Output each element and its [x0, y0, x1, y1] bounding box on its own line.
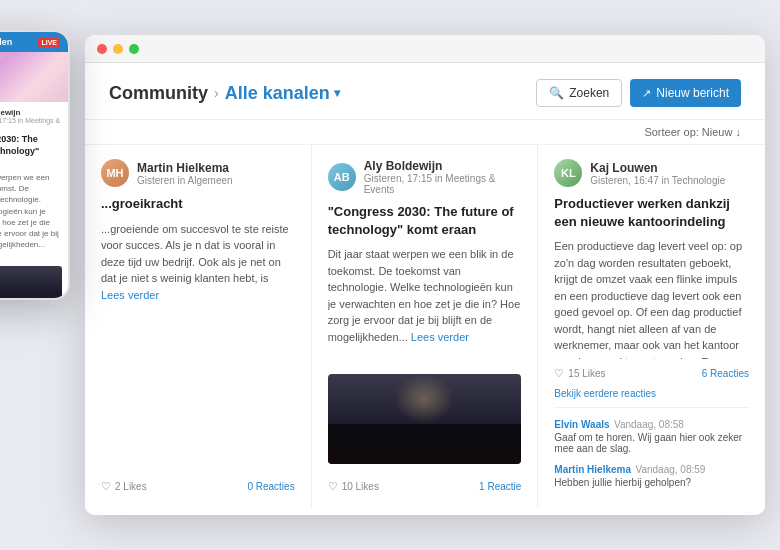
heart-icon-2[interactable]: ♡: [328, 480, 338, 493]
post-card-3: KL Kaj Louwen Gisteren, 16:47 in Technol…: [538, 145, 765, 507]
phone-post-item: Aly Boldewijn Gisteren, 17:15 in Meeting…: [0, 108, 62, 298]
comments-section: Elvin Waals Vandaag, 08:58 Gaaf om te ho…: [554, 407, 749, 493]
comment-time-2: Vandaag, 08:59: [635, 464, 705, 475]
heart-icon-1[interactable]: ♡: [101, 480, 111, 493]
search-button[interactable]: 🔍 Zoeken: [536, 79, 622, 107]
author-name-3: Kaj Louwen: [590, 161, 749, 175]
breadcrumb-separator: ›: [214, 85, 219, 101]
maximize-button-dot[interactable]: [129, 44, 139, 54]
post-body-text-3: Een productieve dag levert veel op: op z…: [554, 240, 742, 359]
comment-2: Martin Hielkema Vandaag, 08:59 Hebben ju…: [554, 459, 749, 488]
author-info-2: Aly Boldewijn Gisteren, 17:15 in Meeting…: [364, 159, 522, 195]
phone-channel-label: Alle kanalen: [0, 37, 34, 47]
comment-author-1[interactable]: Elvin Waals: [554, 419, 609, 430]
post-author-3: KL Kaj Louwen Gisteren, 16:47 in Technol…: [554, 159, 749, 187]
post-body-1: ...groeiende om succesvol te ste reiste …: [101, 221, 295, 472]
reactions-2[interactable]: 1 Reactie: [479, 481, 521, 492]
post-card-2: AB Aly Boldewijn Gisteren, 17:15 in Meet…: [312, 145, 539, 507]
reactions-3[interactable]: 6 Reacties: [702, 368, 749, 379]
close-button-dot[interactable]: [97, 44, 107, 54]
phone-post-meta: Gisteren, 17:15 in Meetings & Events: [0, 117, 62, 131]
new-post-icon: ↗: [642, 87, 651, 100]
post-body-text-2: Dit jaar staat werpen we een blik in de …: [328, 248, 521, 343]
comment-text-1: Gaaf om te horen. Wij gaan hier ook zeke…: [554, 432, 749, 454]
header-actions: 🔍 Zoeken ↗ Nieuw bericht: [536, 79, 741, 107]
post-title-1: ...groeikracht: [101, 195, 295, 213]
post-footer-1: ♡ 2 Likes 0 Reacties: [101, 480, 295, 493]
heart-icon-3[interactable]: ♡: [554, 367, 564, 380]
like-section-3: ♡ 15 Likes: [554, 367, 605, 380]
like-section-2: ♡ 10 Likes: [328, 480, 379, 493]
like-count-2: 10 Likes: [342, 481, 379, 492]
search-label: Zoeken: [569, 86, 609, 100]
author-name-2: Aly Boldewijn: [364, 159, 522, 173]
breadcrumb: Community › Alle kanalen ▾: [109, 83, 340, 104]
audience-silhouette: [328, 424, 522, 464]
channel-name-label: Alle kanalen: [225, 83, 330, 104]
page-header: Community › Alle kanalen ▾ 🔍 Zoeken ↗ Ni…: [85, 63, 765, 120]
read-more-1[interactable]: Lees verder: [101, 289, 159, 301]
like-count-1: 2 Likes: [115, 481, 147, 492]
sort-bar: Sorteer op: Nieuw ↓: [85, 120, 765, 145]
phone-author-name: Aly Boldewijn: [0, 108, 62, 117]
post-title-2: "Congress 2030: The future of technology…: [328, 203, 522, 238]
like-section-1: ♡ 2 Likes: [101, 480, 147, 493]
view-reactions-link[interactable]: Bekijk eerdere reacties: [554, 388, 749, 399]
post-author-1: MH Martin Hielkema Gisteren in Algemeen: [101, 159, 295, 187]
post-footer-2: ♡ 10 Likes 1 Reactie: [328, 480, 522, 493]
search-icon: 🔍: [549, 86, 564, 100]
desktop-window: Community › Alle kanalen ▾ 🔍 Zoeken ↗ Ni…: [85, 35, 765, 515]
phone-post-list: Aly Boldewijn Gisteren, 17:15 in Meeting…: [0, 102, 68, 298]
phone-post-title: "Congress 2030: The future of technology…: [0, 134, 62, 169]
phone-post-image-congress: [0, 266, 62, 298]
post-footer-3: ♡ 15 Likes 6 Reacties: [554, 367, 749, 380]
chevron-down-icon: ▾: [334, 86, 340, 100]
breadcrumb-community: Community: [109, 83, 208, 104]
post-image-congress: [328, 374, 522, 464]
comment-time-1: Vandaag, 08:58: [614, 419, 684, 430]
comment-1: Elvin Waals Vandaag, 08:58 Gaaf om te ho…: [554, 414, 749, 454]
mobile-phone-overlay: ≡ Alle kanalen LIVE Aly Boldewijn Gister…: [0, 30, 70, 300]
phone-status-bar: ≡ Alle kanalen LIVE: [0, 32, 68, 52]
posts-container: MH Martin Hielkema Gisteren in Algemeen …: [85, 145, 765, 507]
post-body-text-1: ...groeiende om succesvol te ste reiste …: [101, 223, 289, 285]
new-post-button[interactable]: ↗ Nieuw bericht: [630, 79, 741, 107]
post-body-3: Een productieve dag levert veel op: op z…: [554, 238, 749, 359]
author-info-3: Kaj Louwen Gisteren, 16:47 in Technologi…: [590, 161, 749, 186]
post-title-3: Productiever werken dankzij een nieuwe k…: [554, 195, 749, 230]
new-post-label: Nieuw bericht: [656, 86, 729, 100]
phone-live-badge: LIVE: [38, 38, 60, 47]
like-count-3: 15 Likes: [568, 368, 605, 379]
post-meta-1: Gisteren in Algemeen: [137, 175, 295, 186]
author-info-1: Martin Hielkema Gisteren in Algemeen: [137, 161, 295, 186]
reactions-1[interactable]: 0 Reacties: [247, 481, 294, 492]
author-name-1: Martin Hielkema: [137, 161, 295, 175]
window-titlebar: [85, 35, 765, 63]
avatar-ab: AB: [328, 163, 356, 191]
avatar-kl: KL: [554, 159, 582, 187]
post-meta-3: Gisteren, 16:47 in Technologie: [590, 175, 749, 186]
phone-header-image: [0, 52, 68, 102]
phone-post-body: Dit jaar staat werpen we een blik in de …: [0, 172, 62, 262]
window-content: Community › Alle kanalen ▾ 🔍 Zoeken ↗ Ni…: [85, 63, 765, 515]
post-meta-2: Gisteren, 17:15 in Meetings & Events: [364, 173, 522, 195]
comment-text-2: Hebben jullie hierbij geholpen?: [554, 477, 749, 488]
stage-light: [394, 374, 454, 424]
post-body-2: Dit jaar staat werpen we een blik in de …: [328, 246, 522, 366]
minimize-button-dot[interactable]: [113, 44, 123, 54]
cherry-blossom-bg: [0, 52, 68, 102]
read-more-2[interactable]: Lees verder: [411, 331, 469, 343]
comment-author-2[interactable]: Martin Hielkema: [554, 464, 631, 475]
post-card-1: MH Martin Hielkema Gisteren in Algemeen …: [85, 145, 312, 507]
post-author-2: AB Aly Boldewijn Gisteren, 17:15 in Meet…: [328, 159, 522, 195]
avatar-mh: MH: [101, 159, 129, 187]
phone-post-author: Aly Boldewijn Gisteren, 17:15 in Meeting…: [0, 108, 62, 131]
breadcrumb-channel[interactable]: Alle kanalen ▾: [225, 83, 340, 104]
sort-label: Sorteer op: Nieuw ↓: [644, 126, 741, 138]
